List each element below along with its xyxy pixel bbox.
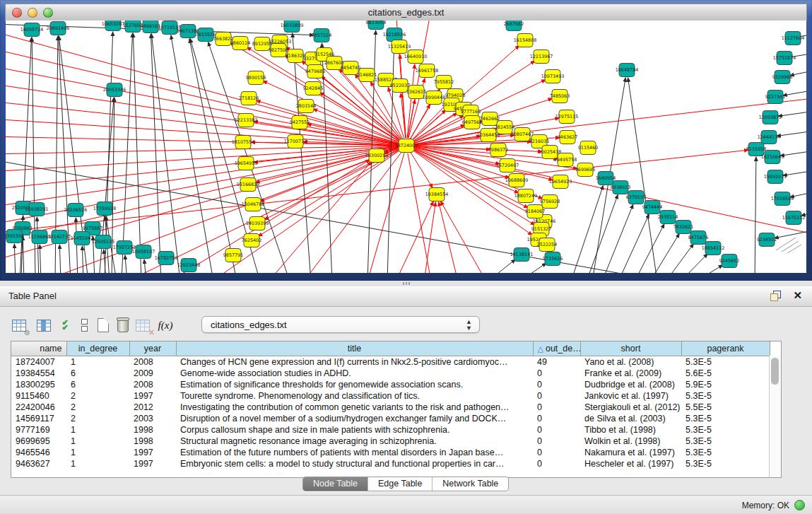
network-canvas[interactable]: 1405572420891406106532871527602946616110… — [6, 21, 806, 273]
table-row[interactable]: 946554611997Estimation of the future num… — [11, 447, 770, 458]
table-cell: Investigating the contribution of common… — [176, 402, 533, 413]
table-row[interactable]: 969969511998Structural magnetic resonanc… — [11, 436, 770, 447]
canvas-resize-grip-icon[interactable] — [787, 245, 801, 253]
table-selector-value: citations_edges.txt — [211, 320, 287, 330]
graph-edge — [171, 35, 213, 273]
function-builder-icon[interactable]: f(x) — [157, 317, 174, 334]
tab-edge-table[interactable]: Edge Table — [367, 477, 432, 491]
graph-edge — [628, 78, 657, 273]
table-row[interactable]: 2242004622012Investigating the contribut… — [11, 402, 770, 413]
graph-node-label: 9115460 — [578, 145, 598, 151]
table-header-row: name in_degree year title △out_de… short… — [11, 341, 770, 356]
table-cell: Corpus callosum shape and size in male p… — [176, 424, 533, 436]
splitter-grip-icon — [403, 282, 410, 285]
table-cell: 1 — [66, 424, 129, 436]
graph-edge — [681, 254, 707, 273]
canvas-resize-grip-icon[interactable] — [782, 241, 799, 252]
horizontal-splitter[interactable] — [0, 281, 812, 286]
graph-node-label: 11675312 — [782, 215, 806, 221]
graph-node-label: 12505135 — [92, 239, 115, 245]
window-controls — [12, 8, 53, 18]
table-cell: 5.3E-5 — [681, 458, 770, 469]
graph-node-label: 16033809 — [281, 23, 304, 28]
delete-table-icon[interactable] — [114, 317, 131, 334]
tab-network-table[interactable]: Network Table — [432, 477, 508, 491]
table-row[interactable]: 946362711997Embryonic stem cells: a mode… — [11, 458, 770, 469]
graph-node-label: 19495758 — [554, 157, 577, 163]
node-table: name in_degree year title △out_de… short… — [11, 341, 782, 478]
table-cell: 0 — [533, 402, 580, 413]
canvas-resize-grip-icon[interactable] — [776, 238, 796, 250]
graph-node-label: 9860124 — [230, 40, 250, 46]
create-table-icon[interactable] — [95, 317, 112, 334]
table-scrollbar-thumb[interactable] — [771, 358, 779, 385]
graph-node-label: 9699695 — [575, 167, 595, 173]
table-cell: 1 — [66, 356, 129, 368]
table-cell: 1 — [66, 436, 129, 447]
graph-node-label: 12444134 — [758, 134, 781, 140]
table-scrollbar[interactable] — [769, 356, 781, 477]
graph-edge — [413, 115, 464, 142]
graph-node-label: 11700712 — [284, 139, 307, 144]
graph-node-label: 18300295 — [365, 153, 389, 158]
table-row[interactable]: 1456911722003Disruption of a novel membe… — [11, 413, 770, 424]
table-cell: 18300295 — [11, 379, 66, 390]
table-row[interactable]: 1872400712008Changes of HCN gene express… — [11, 356, 770, 368]
minimize-window-button[interactable] — [28, 8, 37, 18]
graph-node-label: 16961758 — [416, 68, 439, 74]
table-cell: Embryonic stem cells: a model to study s… — [176, 458, 533, 469]
graph-node-label: 19654923 — [549, 179, 572, 185]
table-cell: 5.3E-5 — [681, 436, 770, 447]
table-cell: 9777169 — [11, 424, 66, 436]
float-panel-icon[interactable] — [770, 290, 782, 301]
graph-node-label: 16782759 — [155, 255, 178, 261]
table-cell: 19384554 — [11, 368, 66, 379]
table-cell: 2012 — [129, 402, 176, 413]
graph-node-label: 8391594 — [6, 233, 24, 239]
column-header-short[interactable]: short — [580, 341, 681, 356]
graph-node-label: 10025438 — [539, 149, 562, 155]
graph-node-label: 14055724 — [20, 27, 44, 33]
graph-edge — [37, 217, 39, 273]
memory-status-indicator[interactable] — [794, 500, 805, 510]
select-all-rows-icon[interactable]: ✔✔ — [57, 317, 73, 334]
close-window-button[interactable] — [12, 8, 22, 18]
table-cell: 22420046 — [11, 402, 66, 413]
table-cell: Stergiakouli et al. (2012) — [580, 402, 681, 413]
table-selector-dropdown[interactable]: citations_edges.txt ▲▼ — [201, 316, 480, 333]
format-column-icon[interactable] — [35, 317, 52, 334]
graph-edge — [59, 245, 61, 273]
graph-node-label: 20053346 — [103, 87, 126, 93]
column-header-year[interactable]: year — [129, 341, 176, 356]
close-panel-icon[interactable]: ✕ — [793, 290, 802, 301]
graph-node-label: 8471676 — [688, 235, 708, 240]
column-header-title[interactable]: title — [176, 341, 533, 356]
tab-node-table[interactable]: Node Table — [303, 477, 367, 491]
zoom-window-button[interactable] — [43, 8, 53, 18]
table-cell: 0 — [533, 368, 580, 379]
graph-node-label: 10973493 — [541, 74, 565, 79]
table-row[interactable]: 911546021997Tourette syndrome. Phenomeno… — [11, 390, 770, 402]
graph-node-label: 16210643 — [761, 154, 784, 160]
graph-node-label: 10807467 — [511, 132, 534, 137]
clear-selection-icon[interactable] — [76, 317, 93, 334]
column-header-out-degree[interactable]: △out_de… — [533, 341, 580, 356]
graph-edge — [618, 214, 649, 273]
column-header-name[interactable]: name — [11, 341, 66, 356]
table-panel-title: Table Panel — [8, 291, 57, 301]
table-row[interactable]: 1830029562008Estimation of significance … — [11, 379, 770, 390]
table-cell: Estimation of significance thresholds fo… — [176, 379, 533, 390]
graph-node-label: 12213967 — [530, 54, 553, 59]
network-window-titlebar[interactable]: citations_edges.txt — [5, 4, 807, 21]
column-header-in-degree[interactable]: in_degree — [66, 341, 129, 356]
table-cell: Tibbo et al. (1998) — [580, 424, 681, 436]
table-row[interactable]: 977716911998Corpus callosum shape and si… — [11, 424, 770, 436]
table-cell: 1998 — [129, 424, 176, 436]
table-row[interactable]: 1938455462009Genome-wide association stu… — [11, 368, 770, 379]
graph-edge — [414, 147, 806, 235]
citation-network-graph[interactable]: 1405572420891406106532871527602946616110… — [6, 21, 806, 273]
graph-edge — [666, 244, 693, 273]
graph-edge — [367, 153, 404, 273]
column-header-pagerank[interactable]: pagerank — [681, 341, 770, 356]
modify-table-icon[interactable]: ⚙ — [11, 317, 28, 334]
